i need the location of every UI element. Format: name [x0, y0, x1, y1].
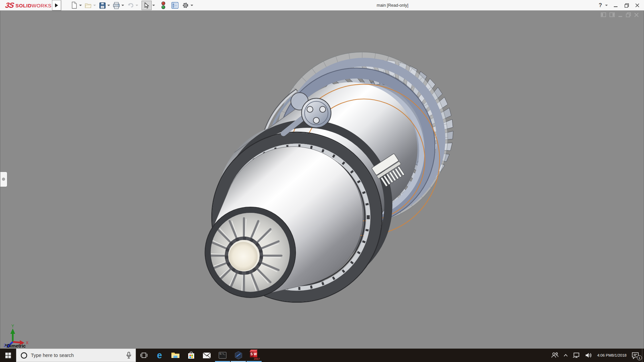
right-arrow-icon — [55, 3, 58, 7]
notification-badge: 1 — [637, 355, 642, 360]
quick-toolbar — [70, 0, 195, 11]
minimize-icon — [614, 3, 618, 7]
help-button[interactable]: ? — [597, 1, 604, 10]
menu-flyout-button[interactable] — [52, 0, 61, 10]
show-desktop-button[interactable] — [642, 349, 644, 362]
show-right-pane-icon[interactable] — [609, 12, 615, 17]
hexagon-app-icon — [234, 351, 243, 360]
network-icon — [573, 352, 580, 358]
undo-button[interactable] — [126, 1, 135, 10]
mail-icon — [203, 352, 211, 359]
traffic-light-button[interactable] — [159, 1, 168, 10]
chevron-up-icon — [564, 354, 568, 357]
microsoft-store-icon — [187, 352, 195, 359]
save-floppy-icon — [99, 2, 106, 9]
title-bar: 3S SOLIDWORKS — [0, 0, 644, 11]
print-dropdown[interactable] — [121, 5, 124, 6]
window-controls: ? — [597, 0, 642, 11]
feature-panel-tab[interactable] — [0, 172, 7, 187]
restore-icon — [625, 3, 629, 8]
file-explorer-icon — [171, 352, 180, 359]
clock-time: 4:06 PM — [597, 353, 611, 358]
reference-triad: Y X Z — [0, 314, 41, 348]
search-placeholder: Type here to search — [31, 353, 123, 358]
options-button[interactable] — [181, 1, 190, 10]
close-button[interactable] — [633, 1, 642, 10]
traffic-light-icon — [161, 1, 166, 9]
show-left-pane-icon[interactable] — [601, 12, 606, 17]
taskbar-app-mail[interactable] — [199, 349, 215, 362]
document-window-controls — [601, 12, 639, 17]
panel-tab-dot-icon — [2, 178, 5, 181]
select-tool-button[interactable] — [142, 1, 152, 10]
brand-name-bold: SOLID — [15, 3, 32, 8]
taskbar-app-hexagon[interactable] — [230, 349, 246, 362]
graphics-area[interactable]: Y X Z *Dimetric — [0, 11, 644, 349]
new-document-button[interactable] — [70, 1, 78, 10]
windows-logo-icon — [5, 353, 11, 358]
taskbar-app-microsoft-store[interactable] — [183, 349, 199, 362]
gear-icon — [182, 2, 189, 9]
document-restore-icon[interactable] — [626, 12, 631, 17]
cortana-icon — [20, 352, 28, 359]
taskbar-app-solidworks-2017[interactable]: SW 2017 — [246, 349, 262, 362]
task-view-button[interactable] — [136, 349, 152, 362]
save-dropdown[interactable] — [107, 5, 110, 6]
undo-icon — [127, 2, 134, 9]
start-button[interactable] — [0, 349, 16, 362]
command-prompt-icon: C:\_ — [219, 352, 226, 359]
print-icon — [113, 2, 120, 9]
windows-taskbar: Type here to search e C:\_ — [0, 349, 644, 362]
search-input[interactable]: Type here to search — [16, 349, 136, 362]
new-document-icon — [71, 2, 77, 9]
clock-date: 8/1/2018 — [611, 353, 627, 358]
close-icon — [635, 3, 639, 7]
microphone-icon[interactable] — [126, 352, 131, 359]
taskbar-clock[interactable]: 4:06 PM 8/1/2018 — [594, 349, 629, 362]
brand-name-light: WORKS — [32, 3, 51, 8]
open-button[interactable] — [84, 1, 93, 10]
speaker-icon — [585, 352, 592, 358]
minimize-button[interactable] — [611, 1, 621, 10]
new-document-dropdown[interactable] — [79, 5, 82, 6]
engine-front-rim[interactable] — [205, 207, 296, 298]
edge-icon: e — [157, 351, 162, 360]
taskbar-app-file-explorer[interactable] — [167, 349, 183, 362]
system-tray: 4:06 PM 8/1/2018 1 — [548, 349, 644, 362]
solidworks-2017-icon: SW 2017 — [249, 351, 259, 360]
help-dropdown[interactable] — [605, 5, 608, 6]
task-view-icon — [140, 352, 148, 358]
y-axis-arrow-icon — [10, 328, 15, 334]
x-axis-label: X — [26, 341, 29, 345]
dassault-mark-icon: 3S — [5, 1, 15, 10]
y-axis-label: Y — [11, 324, 14, 328]
solidworks-logo: 3S SOLIDWORKS — [5, 0, 51, 11]
3d-model-jet-engine[interactable] — [0, 11, 644, 349]
window-title: main [Read-only] — [377, 0, 409, 11]
hidden-icons-button[interactable] — [561, 349, 570, 362]
document-close-icon[interactable] — [634, 12, 639, 17]
file-properties-icon — [171, 2, 178, 9]
taskbar-app-command-prompt[interactable]: C:\_ — [215, 349, 230, 362]
print-button[interactable] — [112, 1, 121, 10]
save-button[interactable] — [98, 1, 107, 10]
view-orientation-label: *Dimetric — [5, 343, 25, 349]
select-cursor-icon — [144, 2, 149, 9]
options-dropdown[interactable] — [191, 5, 193, 6]
volume-button[interactable] — [583, 349, 594, 362]
restore-button[interactable] — [622, 1, 631, 10]
file-properties-button[interactable] — [170, 1, 179, 10]
select-dropdown[interactable] — [152, 5, 155, 6]
people-button[interactable] — [548, 349, 561, 362]
open-folder-icon — [85, 2, 92, 9]
open-dropdown[interactable] — [93, 5, 96, 6]
action-center-button[interactable]: 1 — [629, 349, 642, 362]
taskbar-app-edge[interactable]: e — [152, 349, 167, 362]
undo-dropdown[interactable] — [136, 5, 138, 6]
document-minimize-icon[interactable] — [618, 12, 623, 17]
network-button[interactable] — [570, 349, 583, 362]
people-icon — [551, 352, 559, 358]
